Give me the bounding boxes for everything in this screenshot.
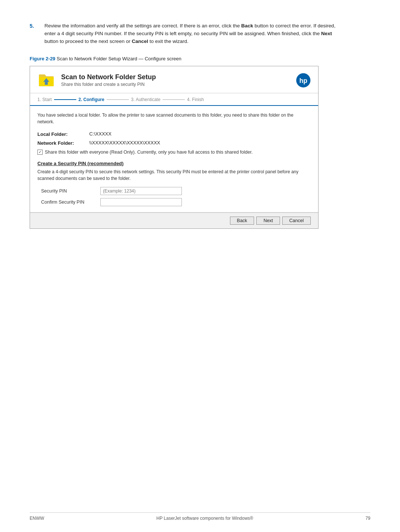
hp-logo-icon: hp bbox=[296, 73, 311, 88]
wizard-header-left: Scan to Network Folder Setup Share this … bbox=[37, 71, 156, 89]
figure-label: Figure 2-29 bbox=[30, 56, 55, 61]
security-section-title: Create a Security PIN (recommended) bbox=[37, 161, 311, 166]
share-checkbox[interactable]: ✓ bbox=[37, 150, 43, 155]
step-number: 5. bbox=[30, 22, 39, 46]
confirm-pin-input[interactable] bbox=[100, 198, 182, 206]
page-footer: ENWW HP LaserJet software components for… bbox=[30, 512, 370, 521]
step-authenticate-label: 3. Authenticate bbox=[131, 97, 160, 102]
step-instruction: 5. Review the information and verify all… bbox=[30, 22, 341, 46]
pin-fields: Security PIN Confirm Security PIN bbox=[41, 187, 311, 206]
cancel-bold: Cancel bbox=[132, 39, 148, 44]
confirm-pin-label: Confirm Security PIN bbox=[41, 200, 100, 205]
security-pin-label: Security PIN bbox=[41, 188, 100, 194]
step-text-3: button to proceed to the next screen or bbox=[44, 39, 132, 44]
step-finish-label: 4. Finish bbox=[187, 97, 204, 102]
next-button[interactable]: Next bbox=[256, 217, 280, 225]
step-text-before-back: Review the information and verify all th… bbox=[44, 23, 241, 29]
back-button[interactable]: Back bbox=[230, 217, 254, 225]
next-bold: Next bbox=[321, 31, 332, 36]
back-bold: Back bbox=[241, 23, 253, 29]
wizard-steps: 1. Start 2. Configure 3. Authenticate 4.… bbox=[30, 93, 318, 106]
security-section: Create a Security PIN (recommended) Crea… bbox=[37, 161, 311, 206]
network-folder-label: Network Folder: bbox=[37, 140, 89, 146]
wizard-title: Scan to Network Folder Setup bbox=[61, 73, 156, 81]
figure-caption: Figure 2-29 Scan to Network Folder Setup… bbox=[30, 56, 341, 61]
wizard-body: You have selected a local folder. To all… bbox=[30, 106, 318, 213]
step-finish: 4. Finish bbox=[187, 97, 204, 102]
local-folder-label: Local Folder: bbox=[37, 131, 89, 137]
security-pin-input[interactable] bbox=[100, 187, 182, 195]
share-checkbox-row[interactable]: ✓ Share this folder with everyone (Read … bbox=[37, 150, 311, 155]
svg-text:hp: hp bbox=[299, 77, 307, 84]
step-start-label: 1. Start bbox=[37, 97, 52, 102]
step-connector-2 bbox=[107, 99, 129, 100]
cancel-button[interactable]: Cancel bbox=[282, 217, 311, 225]
step-connector-3 bbox=[163, 99, 185, 100]
wizard-dialog: Scan to Network Folder Setup Share this … bbox=[30, 66, 319, 229]
network-folder-row: Network Folder: \\XXXXX\XXXXX\XXXXX\XXXX… bbox=[37, 140, 311, 146]
step-authenticate: 3. Authenticate bbox=[131, 97, 160, 102]
wizard-header: Scan to Network Folder Setup Share this … bbox=[30, 66, 318, 93]
step-configure: 2. Configure bbox=[79, 97, 104, 102]
footer-center: HP LaserJet software components for Wind… bbox=[156, 516, 253, 521]
step-start: 1. Start bbox=[37, 97, 52, 102]
local-folder-row: Local Folder: C:\XXXXX bbox=[37, 131, 311, 137]
wizard-subtitle: Share this folder and create a security … bbox=[61, 82, 156, 87]
step-configure-label: 2. Configure bbox=[79, 97, 104, 102]
wizard-title-block: Scan to Network Folder Setup Share this … bbox=[61, 73, 156, 87]
step-body: Review the information and verify all th… bbox=[44, 22, 341, 46]
folder-icon bbox=[37, 71, 55, 89]
footer-right: 79 bbox=[366, 516, 370, 521]
share-checkbox-label: Share this folder with everyone (Read On… bbox=[45, 150, 253, 155]
wizard-footer: Back Next Cancel bbox=[30, 213, 318, 228]
network-folder-value: \\XXXXX\XXXXX\XXXXX\XXXXX bbox=[89, 140, 160, 145]
local-folder-value: C:\XXXXX bbox=[89, 131, 111, 137]
info-text: You have selected a local folder. To all… bbox=[37, 112, 311, 125]
step-text-4: to exit the wizard. bbox=[148, 39, 189, 44]
security-desc: Create a 4-digit security PIN to secure … bbox=[37, 168, 311, 182]
footer-left: ENWW bbox=[30, 516, 44, 521]
figure-caption-text: Scan to Network Folder Setup Wizard — Co… bbox=[57, 56, 181, 61]
step-connector-1 bbox=[54, 99, 76, 100]
